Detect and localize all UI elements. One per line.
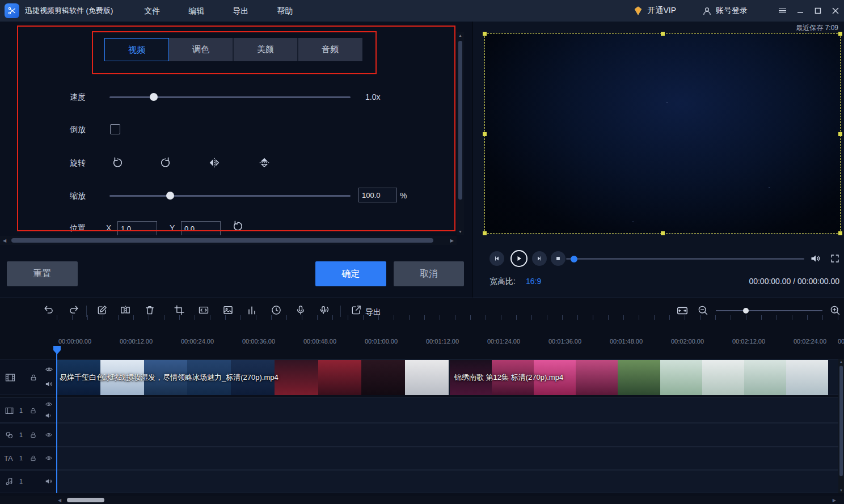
lock-icon[interactable] (29, 431, 37, 439)
mute-speaker-icon[interactable] (45, 412, 53, 420)
selection-handle[interactable] (483, 231, 487, 235)
maximize-button[interactable] (809, 0, 826, 22)
track-text[interactable]: TA 1 (0, 447, 838, 470)
rotate-ccw-icon[interactable] (111, 156, 125, 170)
eye-visibility-icon[interactable] (45, 431, 53, 439)
track-overlay[interactable]: 1 (0, 423, 838, 447)
last-saved-status: 最近保存 7:09 (796, 23, 838, 33)
timeline-clip-2[interactable]: 锦绣南歌 第12集 标清(270p).mp4 (450, 360, 828, 395)
clip-thumbnail (405, 360, 449, 395)
ruler-timestamp: 00:02:24.00 (794, 338, 826, 345)
selection-handle[interactable] (838, 132, 842, 136)
minimize-button[interactable] (791, 0, 809, 22)
lock-icon[interactable] (29, 455, 37, 462)
eye-visibility-icon[interactable] (45, 454, 53, 462)
fullscreen-icon[interactable] (828, 252, 842, 265)
selection-handle[interactable] (661, 32, 665, 36)
flip-horizontal-icon[interactable] (208, 156, 222, 170)
menu-help[interactable]: 帮助 (263, 0, 307, 22)
volume-icon[interactable] (809, 252, 822, 265)
timeline-horizontal-scrollbar[interactable]: ◀ ▶ (0, 496, 844, 504)
next-frame-button[interactable] (532, 251, 547, 266)
menu-edit[interactable]: 编辑 (174, 0, 218, 22)
tab-color[interactable]: 调色 (169, 38, 234, 61)
previous-frame-button[interactable] (489, 251, 504, 266)
lock-icon[interactable] (29, 407, 37, 414)
stop-button[interactable] (551, 251, 566, 266)
speed-value: 1.0x (365, 92, 380, 101)
timeline-clip-1[interactable]: 易烊千玺白色冰球战损妆湿发，尽情领略冰场魅力_标清(270p).mp4 (57, 360, 449, 395)
selection-handle[interactable] (661, 231, 665, 235)
tracks-vertical-scrollbar[interactable]: ▲ ▼ (838, 359, 844, 493)
flip-vertical-icon[interactable] (258, 156, 272, 170)
timecode-display: 00:00:00.00 / 00:00:00.00 (749, 277, 839, 286)
scroll-up-icon[interactable]: ▲ (457, 33, 464, 37)
titlebar-right: 开通VIP 账号登录 (633, 0, 844, 22)
rotate-cw-icon[interactable] (159, 156, 173, 170)
ruler-timestamp: 00 (838, 338, 844, 345)
timeline-zoom-slider[interactable] (716, 307, 822, 315)
ruler-timestamp: 00:01:24.00 (487, 338, 520, 345)
properties-horizontal-scrollbar[interactable]: ◀ ▶ (0, 236, 457, 245)
scroll-right-icon[interactable]: ▶ (450, 238, 454, 243)
playback-progress-slider[interactable] (566, 255, 804, 262)
scroll-up-icon[interactable]: ▲ (838, 360, 844, 363)
menu-export[interactable]: 导出 (218, 0, 263, 22)
clip-thumbnail (361, 360, 405, 395)
track-header-text: TA 1 (0, 447, 57, 469)
reset-button[interactable]: 重置 (7, 261, 78, 286)
tab-beauty[interactable]: 美颜 (234, 38, 298, 61)
timeline-ruler[interactable]: 00:00:00.0000:00:12.0000:00:24.0000:00:3… (0, 333, 844, 356)
eye-visibility-icon[interactable] (45, 400, 53, 408)
mute-speaker-icon[interactable] (45, 477, 53, 485)
ok-button[interactable]: 确定 (315, 261, 386, 286)
tab-audio[interactable]: 音频 (298, 38, 363, 61)
preview-panel: 最近保存 7:09 (472, 22, 844, 298)
track-audio[interactable]: 1 (0, 470, 838, 493)
scroll-down-icon[interactable]: ▼ (457, 230, 464, 234)
scroll-down-icon[interactable]: ▼ (838, 489, 844, 492)
position-x-input[interactable] (117, 221, 157, 235)
play-button[interactable] (510, 250, 528, 267)
track-header-audio: 1 (0, 471, 57, 493)
eye-visibility-icon[interactable] (45, 365, 53, 374)
position-reset-icon[interactable] (231, 220, 245, 234)
titlebar: 迅捷视频剪辑软件 (免费版) 文件 编辑 导出 帮助 开通VIP 账号登录 (0, 0, 844, 22)
vip-button[interactable]: 开通VIP (633, 6, 676, 16)
properties-scroll-area: 视频 调色 美颜 音频 速度 1.0x 倒放 旋转 (0, 22, 457, 235)
ruler-timestamp: 00:02:12.00 (732, 338, 765, 345)
selection-handle[interactable] (483, 132, 487, 136)
lock-icon[interactable] (29, 374, 37, 382)
track-header-overlay: 1 (0, 423, 57, 446)
cancel-button[interactable]: 取消 (394, 261, 464, 286)
track-video-2[interactable]: 1 (0, 397, 838, 423)
ruler-ticks (57, 315, 838, 320)
selection-handle[interactable] (838, 231, 842, 235)
video-canvas[interactable] (484, 33, 841, 234)
clip-thumbnail (187, 360, 231, 395)
app-title: 迅捷视频剪辑软件 (免费版) (25, 6, 113, 16)
overlay-track-icon (5, 430, 14, 440)
close-button[interactable] (826, 0, 844, 22)
undo-icon[interactable] (43, 304, 57, 318)
scale-slider[interactable] (109, 192, 351, 200)
clip-thumbnail (618, 360, 660, 395)
window-controls (774, 0, 844, 22)
properties-vertical-scrollbar[interactable]: ▲ ▼ (457, 32, 464, 235)
scale-input[interactable] (358, 188, 397, 202)
scroll-right-icon[interactable]: ▶ (833, 498, 836, 503)
scroll-left-icon[interactable]: ◀ (58, 498, 61, 503)
reverse-checkbox[interactable] (110, 124, 120, 134)
aspect-ratio-value[interactable]: 16:9 (526, 277, 541, 286)
account-login-button[interactable]: 账号登录 (702, 6, 748, 16)
position-y-input[interactable] (181, 221, 221, 235)
mute-speaker-icon[interactable] (45, 380, 53, 388)
selection-handle[interactable] (838, 32, 842, 36)
speed-slider[interactable] (109, 93, 351, 101)
menu-hamburger-icon[interactable] (774, 0, 791, 22)
selection-handle[interactable] (483, 32, 487, 36)
menu-file[interactable]: 文件 (130, 0, 174, 22)
tab-video[interactable]: 视频 (104, 38, 169, 61)
track-count-badge: 1 (19, 407, 23, 414)
scroll-left-icon[interactable]: ◀ (3, 238, 6, 243)
